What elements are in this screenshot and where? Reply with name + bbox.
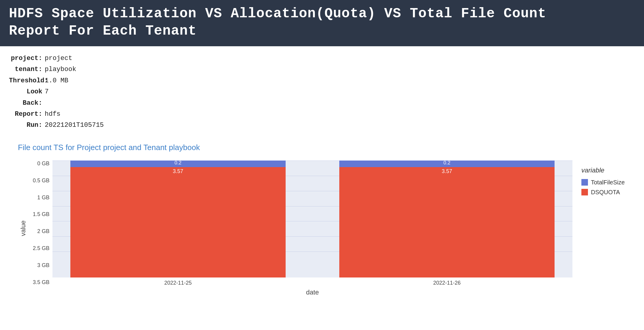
bars-row: 3.57 0.2 bbox=[52, 161, 572, 277]
x-axis-label: date bbox=[52, 289, 572, 296]
x-tick-1: 2022-11-25 bbox=[70, 279, 286, 286]
bar-group-1: 3.57 0.2 bbox=[70, 161, 286, 277]
y-axis-label: value bbox=[19, 220, 27, 236]
chart-area: value 3.5 GB 3 GB 2.5 GB 2 GB 1.5 GB 1 G… bbox=[18, 161, 572, 296]
chart-title: File count TS for Project project and Te… bbox=[18, 143, 635, 152]
run-label: Run: bbox=[9, 120, 45, 131]
threshold-label: Threshold: bbox=[9, 75, 45, 86]
y-ticks: 3.5 GB 3 GB 2.5 GB 2 GB 1.5 GB 1 GB 0.5 … bbox=[29, 161, 52, 296]
threshold-value: 1.0 MB bbox=[45, 75, 68, 86]
legend-title: variable bbox=[581, 166, 635, 174]
legend-swatch-red bbox=[581, 189, 588, 195]
plot-area: 3.57 0.2 bbox=[52, 161, 572, 277]
chart-container: value 3.5 GB 3 GB 2.5 GB 2 GB 1.5 GB 1 G… bbox=[18, 161, 635, 296]
chart-legend: variable TotalFileSize DSQUOTA bbox=[581, 161, 635, 196]
bar-dsquota-1: 3.57 bbox=[70, 167, 286, 277]
y-tick-3: 2 GB bbox=[37, 228, 49, 235]
meta-section: project: project tenant: playbook Thresh… bbox=[0, 46, 644, 134]
page-header: HDFS Space Utilization VS Allocation(Quo… bbox=[0, 0, 644, 46]
y-tick-7: 0 GB bbox=[37, 161, 49, 167]
bar-dsquota-label-1: 3.57 bbox=[70, 168, 286, 175]
bar-stack-2: 3.57 0.2 bbox=[339, 161, 555, 277]
chart-inner: 3.5 GB 3 GB 2.5 GB 2 GB 1.5 GB 1 GB 0.5 … bbox=[29, 161, 572, 296]
header-title-line1: HDFS Space Utilization VS Allocation(Quo… bbox=[9, 5, 635, 23]
y-tick-0: 3.5 GB bbox=[33, 279, 49, 286]
project-value: project bbox=[45, 53, 72, 64]
tenant-value: playbook bbox=[45, 64, 76, 75]
legend-item-totalfilesize: TotalFileSize bbox=[581, 179, 635, 186]
chart-section: File count TS for Project project and Te… bbox=[0, 134, 644, 305]
report-label: Report: bbox=[9, 109, 45, 120]
report-value: hdfs bbox=[45, 109, 61, 120]
bar-dsquota-2: 3.57 bbox=[339, 167, 555, 277]
bar-totalfilesize-2: 0.2 bbox=[339, 161, 555, 167]
y-tick-6: 0.5 GB bbox=[33, 178, 49, 184]
legend-label-dsquota: DSQUOTA bbox=[591, 189, 620, 196]
bar-dsquota-label-2: 3.57 bbox=[339, 168, 555, 175]
lookback-label: Look Back: bbox=[9, 86, 45, 109]
header-title-line2: Report For Each Tenant bbox=[9, 23, 635, 40]
bar-totalfilesize-label-2: 0.2 bbox=[339, 160, 555, 166]
bar-totalfilesize-1: 0.2 bbox=[70, 161, 286, 167]
plot-with-yaxis: 3.5 GB 3 GB 2.5 GB 2 GB 1.5 GB 1 GB 0.5 … bbox=[29, 161, 572, 296]
lookback-value: 7 bbox=[45, 86, 49, 109]
legend-item-dsquota: DSQUOTA bbox=[581, 189, 635, 196]
y-tick-1: 3 GB bbox=[37, 262, 49, 269]
project-label: project: bbox=[9, 53, 45, 64]
legend-swatch-blue bbox=[581, 179, 588, 186]
run-value: 20221201T105715 bbox=[45, 120, 104, 131]
legend-label-totalfilesize: TotalFileSize bbox=[591, 179, 625, 186]
x-axis: 2022-11-25 2022-11-26 bbox=[52, 279, 572, 286]
y-tick-5: 1 GB bbox=[37, 195, 49, 201]
bar-totalfilesize-label-1: 0.2 bbox=[70, 160, 286, 166]
x-tick-2: 2022-11-26 bbox=[339, 279, 555, 286]
y-tick-2: 2.5 GB bbox=[33, 245, 49, 252]
y-axis-label-container: value bbox=[18, 161, 29, 296]
tenant-label: tenant: bbox=[9, 64, 45, 75]
bar-group-2: 3.57 0.2 bbox=[339, 161, 555, 277]
bar-stack-1: 3.57 0.2 bbox=[70, 161, 286, 277]
y-tick-4: 1.5 GB bbox=[33, 211, 49, 218]
